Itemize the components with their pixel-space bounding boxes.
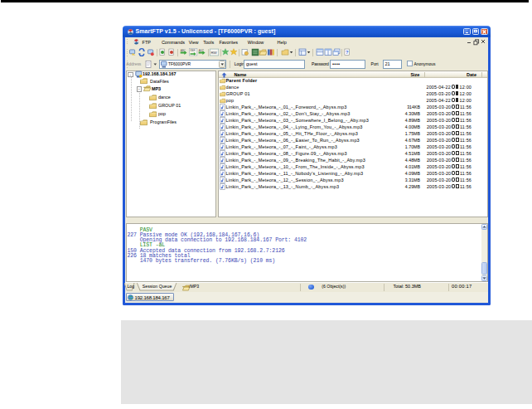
svg-text:RW: RW [210, 51, 217, 55]
svg-text:REF: REF [191, 49, 196, 52]
svg-text:?: ? [346, 50, 349, 55]
